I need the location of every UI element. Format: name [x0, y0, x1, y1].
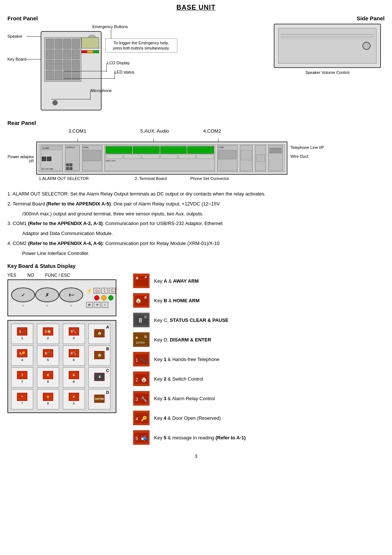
emergency-desc1: To trigger the Emergency help,	[109, 41, 174, 45]
terminal-board-label: 2. Terminal Board	[135, 176, 167, 181]
emergency-desc2: press both buttons simultaneously.	[109, 46, 174, 50]
func-esc-label: FUNC / ESC	[45, 273, 70, 278]
svg-text:1: 1	[136, 358, 138, 363]
svg-text:🏠: 🏠	[135, 336, 139, 339]
key-2-desc: 2 🏠 Key 2 & Switch Control	[133, 371, 385, 387]
svg-text:🏠: 🏠	[135, 297, 142, 304]
svg-text:A: A	[144, 275, 147, 279]
svg-text:🏠: 🏠	[141, 377, 147, 383]
svg-text:5: 5	[136, 436, 138, 441]
key-d-desc: 🏠 ENTER D Key D, DISARM & ENTER	[133, 331, 385, 348]
kb-section-title: Key Board & Status Display	[7, 263, 385, 269]
key-2[interactable]: 2🏠 2	[37, 324, 59, 344]
descriptions: 1. ALARM OUT SELECTOR: Set the Alarm Rel…	[7, 190, 385, 258]
key-3-desc: 3 🔧 Key 3 & Alarm Relay Control	[133, 390, 385, 407]
key-D[interactable]: ENTER D	[88, 389, 110, 409]
com1-label: 3.COM1	[68, 128, 86, 134]
key-4-desc: 4 🔑 Key 4 & Door Open (Reserved)	[133, 410, 385, 426]
microphone-label: Microphone	[91, 88, 112, 93]
page-title: BASE UNIT	[7, 4, 385, 11]
svg-text:🔑: 🔑	[141, 416, 147, 422]
phone-connector-label: Phone Set Connector	[190, 176, 229, 181]
key-descriptions: 🏠 A Key A & AWAY ARM 🏠 B Key B	[133, 273, 385, 446]
key-3[interactable]: 3🔧 3	[63, 324, 85, 344]
led-status-label: LED status	[115, 70, 134, 74]
key-C[interactable]: ⏸ C	[88, 367, 110, 388]
key-b-icon: 🏠 B	[133, 293, 150, 308]
side-panel-title: Side Panel	[270, 15, 385, 21]
key-B[interactable]: 🏠 B	[88, 345, 110, 366]
key-5-desc: 5 📬 Key 5 & message in reading (Refer to…	[133, 429, 385, 446]
svg-text:4: 4	[136, 416, 138, 422]
status-panel: ✓ ↑ ✗ ↑ ⬆︎↩ ↑	[7, 279, 116, 316]
key-8[interactable]: 8 8	[37, 367, 59, 388]
aux-label: 5.AUX. Audio	[140, 128, 169, 134]
key-1-desc: 1 📞 Key 1 & Hands-free Telephone	[133, 351, 385, 368]
svg-text:D: D	[144, 335, 147, 338]
keyboard-label: Key Board	[7, 57, 26, 61]
svg-text:C: C	[144, 315, 147, 319]
yes-label: YES	[7, 273, 16, 278]
key-d-icon: 🏠 ENTER D	[133, 332, 150, 347]
key-a-icon: 🏠 A	[133, 273, 150, 288]
no-label: NO	[27, 273, 34, 278]
key-c-desc: ⏸ C Key C, STATUS CLEAR & PAUSE	[133, 312, 385, 328]
key-4-icon: 4 🔑	[133, 411, 150, 425]
key-6[interactable]: 6🔧 6	[63, 345, 85, 366]
com2-label: 4.COM2	[203, 128, 221, 134]
key-5-icon: 5 📬	[133, 430, 150, 445]
alarm-selector-label: 1.ALARM OUT SELECTOR	[39, 176, 89, 181]
svg-text:🔧: 🔧	[141, 396, 147, 402]
key-5[interactable]: 5🔌 5	[37, 345, 59, 366]
key-7[interactable]: 7 7	[11, 367, 33, 388]
key-3-icon: 3 🔧	[133, 391, 150, 406]
page-number: 3	[7, 453, 385, 459]
svg-text:3: 3	[136, 397, 138, 402]
func-esc-button[interactable]: ⬆︎↩	[59, 287, 83, 302]
svg-text:B: B	[144, 296, 147, 299]
no-button[interactable]: ✗	[35, 287, 59, 302]
telephone-line-label: Telephone Line I/P	[290, 145, 332, 150]
svg-text:📞: 📞	[141, 357, 147, 363]
yes-button[interactable]: ✓	[11, 287, 35, 302]
svg-text:⏸: ⏸	[137, 317, 144, 324]
keypad-grid: 1📞 1 2🏠 2 3🔧 3 🏠 A 4🔑 4	[7, 320, 116, 413]
emergency-buttons-label: Emergency Buttons	[92, 24, 128, 29]
key-1[interactable]: 1📞 1	[11, 324, 33, 344]
key-1-icon: 1 📞	[133, 352, 150, 367]
key-hash[interactable]: # #	[63, 389, 85, 409]
key-a-desc: 🏠 A Key A & AWAY ARM	[133, 273, 385, 289]
key-b-desc: 🏠 B Key B & HOME ARM	[133, 292, 385, 309]
svg-text:📬: 📬	[141, 435, 147, 442]
svg-text:2: 2	[136, 377, 138, 382]
key-0[interactable]: 0 0	[37, 389, 59, 409]
front-panel-title: Front Panel	[7, 15, 215, 21]
key-9[interactable]: 9 9	[63, 367, 85, 388]
key-A[interactable]: 🏠 A	[88, 324, 110, 344]
svg-text:🏠: 🏠	[135, 276, 139, 280]
key-star[interactable]: * *	[11, 389, 33, 409]
wire-duct-label: Wire Duct	[290, 154, 332, 159]
power-adaptor-label: Power adaptor I/P	[7, 142, 36, 163]
lcd-label: LCD Display	[107, 61, 130, 65]
speaker-label: Speaker	[7, 34, 23, 38]
emergency-description-box: To trigger the Emergency help, press bot…	[105, 38, 177, 52]
key-c-icon: ⏸ C	[133, 313, 150, 327]
speaker-volume-label: Speaker Volume Control	[270, 70, 385, 75]
rear-panel-title: Rear Panel	[7, 120, 385, 126]
svg-text:ENTER: ENTER	[136, 341, 145, 344]
key-2-icon: 2 🏠	[133, 371, 150, 386]
key-4[interactable]: 4🔑 4	[11, 345, 33, 366]
